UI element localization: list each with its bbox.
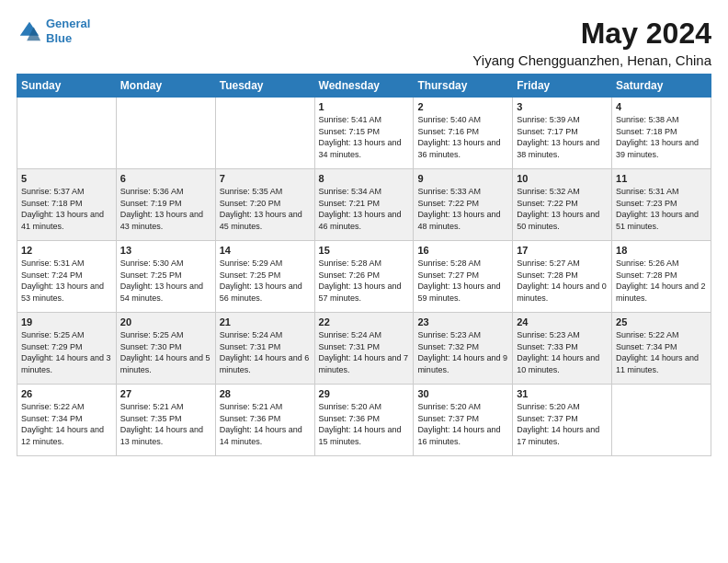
cell-info: Sunrise: 5:23 AM Sunset: 7:33 PM Dayligh… [517, 329, 608, 375]
day-number: 28 [220, 388, 311, 399]
day-number: 12 [21, 245, 112, 256]
week-row-2: 5Sunrise: 5:37 AM Sunset: 7:18 PM Daylig… [17, 169, 711, 241]
day-number: 20 [120, 316, 211, 327]
day-number: 7 [220, 173, 311, 184]
day-number: 2 [417, 101, 508, 112]
calendar-cell [116, 98, 215, 169]
day-number: 26 [21, 388, 112, 399]
logo-line2: Blue [46, 31, 72, 45]
calendar-cell [215, 98, 314, 169]
calendar-cell: 5Sunrise: 5:37 AM Sunset: 7:18 PM Daylig… [17, 169, 117, 241]
header-row: Sunday Monday Tuesday Wednesday Thursday… [17, 75, 711, 98]
calendar-cell: 3Sunrise: 5:39 AM Sunset: 7:17 PM Daylig… [513, 98, 612, 169]
cell-info: Sunrise: 5:20 AM Sunset: 7:36 PM Dayligh… [319, 401, 410, 447]
col-monday: Monday [116, 75, 215, 98]
day-number: 16 [417, 245, 508, 256]
logo-icon [17, 18, 42, 44]
week-row-3: 12Sunrise: 5:31 AM Sunset: 7:24 PM Dayli… [17, 241, 711, 313]
week-row-4: 19Sunrise: 5:25 AM Sunset: 7:29 PM Dayli… [17, 313, 711, 385]
day-number: 29 [319, 388, 410, 399]
calendar-cell: 1Sunrise: 5:41 AM Sunset: 7:15 PM Daylig… [314, 98, 414, 169]
cell-info: Sunrise: 5:29 AM Sunset: 7:25 PM Dayligh… [220, 258, 311, 304]
day-number: 13 [120, 245, 211, 256]
calendar-cell: 9Sunrise: 5:33 AM Sunset: 7:22 PM Daylig… [414, 169, 513, 241]
cell-info: Sunrise: 5:26 AM Sunset: 7:28 PM Dayligh… [616, 258, 707, 304]
cell-info: Sunrise: 5:21 AM Sunset: 7:35 PM Dayligh… [120, 401, 211, 447]
page: General Blue May 2024 Yiyang Chengguanzh… [0, 0, 728, 563]
cell-info: Sunrise: 5:20 AM Sunset: 7:37 PM Dayligh… [417, 401, 508, 447]
day-number: 22 [319, 316, 410, 327]
calendar-cell: 30Sunrise: 5:20 AM Sunset: 7:37 PM Dayli… [414, 385, 513, 456]
cell-info: Sunrise: 5:25 AM Sunset: 7:29 PM Dayligh… [21, 329, 112, 375]
calendar-table: Sunday Monday Tuesday Wednesday Thursday… [17, 74, 711, 456]
calendar-cell: 6Sunrise: 5:36 AM Sunset: 7:19 PM Daylig… [116, 169, 215, 241]
day-number: 15 [319, 245, 410, 256]
day-number: 9 [417, 173, 508, 184]
calendar-cell: 23Sunrise: 5:23 AM Sunset: 7:32 PM Dayli… [414, 313, 513, 385]
cell-info: Sunrise: 5:36 AM Sunset: 7:19 PM Dayligh… [120, 186, 211, 232]
week-row-5: 26Sunrise: 5:22 AM Sunset: 7:34 PM Dayli… [17, 385, 711, 456]
col-wednesday: Wednesday [314, 75, 414, 98]
calendar-cell: 11Sunrise: 5:31 AM Sunset: 7:23 PM Dayli… [612, 169, 711, 241]
calendar-cell: 22Sunrise: 5:24 AM Sunset: 7:31 PM Dayli… [314, 313, 414, 385]
calendar-cell: 28Sunrise: 5:21 AM Sunset: 7:36 PM Dayli… [215, 385, 314, 456]
cell-info: Sunrise: 5:22 AM Sunset: 7:34 PM Dayligh… [21, 401, 112, 447]
calendar-cell: 15Sunrise: 5:28 AM Sunset: 7:26 PM Dayli… [314, 241, 414, 313]
calendar-cell: 27Sunrise: 5:21 AM Sunset: 7:35 PM Dayli… [116, 385, 215, 456]
cell-info: Sunrise: 5:35 AM Sunset: 7:20 PM Dayligh… [220, 186, 311, 232]
calendar-cell: 24Sunrise: 5:23 AM Sunset: 7:33 PM Dayli… [513, 313, 612, 385]
cell-info: Sunrise: 5:21 AM Sunset: 7:36 PM Dayligh… [220, 401, 311, 447]
day-number: 1 [319, 101, 410, 112]
cell-info: Sunrise: 5:23 AM Sunset: 7:32 PM Dayligh… [417, 329, 508, 375]
calendar-cell: 13Sunrise: 5:30 AM Sunset: 7:25 PM Dayli… [116, 241, 215, 313]
col-friday: Friday [513, 75, 612, 98]
day-number: 3 [517, 101, 608, 112]
day-number: 25 [616, 316, 707, 327]
calendar-cell: 12Sunrise: 5:31 AM Sunset: 7:24 PM Dayli… [17, 241, 117, 313]
calendar-cell: 8Sunrise: 5:34 AM Sunset: 7:21 PM Daylig… [314, 169, 414, 241]
cell-info: Sunrise: 5:24 AM Sunset: 7:31 PM Dayligh… [220, 329, 311, 375]
week-row-1: 1Sunrise: 5:41 AM Sunset: 7:15 PM Daylig… [17, 98, 711, 169]
cell-info: Sunrise: 5:20 AM Sunset: 7:37 PM Dayligh… [517, 401, 608, 447]
calendar-cell: 4Sunrise: 5:38 AM Sunset: 7:18 PM Daylig… [612, 98, 711, 169]
calendar-cell: 31Sunrise: 5:20 AM Sunset: 7:37 PM Dayli… [513, 385, 612, 456]
cell-info: Sunrise: 5:40 AM Sunset: 7:16 PM Dayligh… [417, 114, 508, 160]
calendar-cell [612, 385, 711, 456]
cell-info: Sunrise: 5:41 AM Sunset: 7:15 PM Dayligh… [319, 114, 410, 160]
calendar-cell: 29Sunrise: 5:20 AM Sunset: 7:36 PM Dayli… [314, 385, 414, 456]
cell-info: Sunrise: 5:28 AM Sunset: 7:26 PM Dayligh… [319, 258, 410, 304]
cell-info: Sunrise: 5:25 AM Sunset: 7:30 PM Dayligh… [120, 329, 211, 375]
calendar-cell: 26Sunrise: 5:22 AM Sunset: 7:34 PM Dayli… [17, 385, 117, 456]
day-number: 5 [21, 173, 112, 184]
cell-info: Sunrise: 5:30 AM Sunset: 7:25 PM Dayligh… [120, 258, 211, 304]
day-number: 27 [120, 388, 211, 399]
subtitle: Yiyang Chengguanzhen, Henan, China [472, 52, 711, 68]
calendar-body: 1Sunrise: 5:41 AM Sunset: 7:15 PM Daylig… [17, 98, 711, 456]
day-number: 31 [517, 388, 608, 399]
day-number: 10 [517, 173, 608, 184]
cell-info: Sunrise: 5:28 AM Sunset: 7:27 PM Dayligh… [417, 258, 508, 304]
day-number: 14 [220, 245, 311, 256]
calendar-cell: 7Sunrise: 5:35 AM Sunset: 7:20 PM Daylig… [215, 169, 314, 241]
day-number: 19 [21, 316, 112, 327]
cell-info: Sunrise: 5:31 AM Sunset: 7:23 PM Dayligh… [616, 186, 707, 232]
cell-info: Sunrise: 5:31 AM Sunset: 7:24 PM Dayligh… [21, 258, 112, 304]
day-number: 23 [417, 316, 508, 327]
col-sunday: Sunday [17, 75, 117, 98]
cell-info: Sunrise: 5:32 AM Sunset: 7:22 PM Dayligh… [517, 186, 608, 232]
title-area: May 2024 Yiyang Chengguanzhen, Henan, Ch… [472, 17, 711, 68]
day-number: 8 [319, 173, 410, 184]
calendar-cell: 17Sunrise: 5:27 AM Sunset: 7:28 PM Dayli… [513, 241, 612, 313]
day-number: 21 [220, 316, 311, 327]
day-number: 30 [417, 388, 508, 399]
day-number: 6 [120, 173, 211, 184]
cell-info: Sunrise: 5:34 AM Sunset: 7:21 PM Dayligh… [319, 186, 410, 232]
calendar-cell [17, 98, 117, 169]
calendar-cell: 2Sunrise: 5:40 AM Sunset: 7:16 PM Daylig… [414, 98, 513, 169]
col-tuesday: Tuesday [215, 75, 314, 98]
cell-info: Sunrise: 5:38 AM Sunset: 7:18 PM Dayligh… [616, 114, 707, 160]
logo-line1: General [46, 17, 90, 30]
day-number: 17 [517, 245, 608, 256]
cell-info: Sunrise: 5:39 AM Sunset: 7:17 PM Dayligh… [517, 114, 608, 160]
calendar-cell: 16Sunrise: 5:28 AM Sunset: 7:27 PM Dayli… [414, 241, 513, 313]
